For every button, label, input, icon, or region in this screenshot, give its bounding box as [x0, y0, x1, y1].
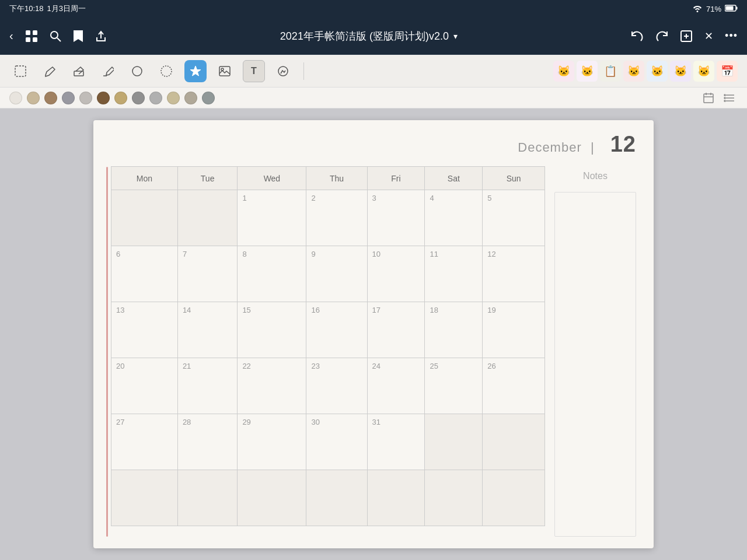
header-mon: Mon	[111, 167, 178, 190]
calendar-cell[interactable]	[306, 470, 367, 526]
image-tool[interactable]	[214, 60, 236, 82]
sticker-tool[interactable]	[272, 60, 294, 82]
calendar-cell[interactable]: 9	[306, 246, 367, 302]
svg-rect-3	[26, 30, 30, 35]
calendar-cell[interactable]: 18	[425, 302, 483, 358]
header-wed: Wed	[238, 167, 306, 190]
swatch-6[interactable]	[97, 92, 110, 104]
calendar-cell[interactable]	[425, 414, 483, 470]
day-number: 23	[311, 362, 362, 370]
calendar-cell[interactable]: 28	[177, 414, 238, 470]
undo-icon[interactable]	[631, 30, 644, 42]
header-sat: Sat	[425, 167, 483, 190]
bookmark-icon[interactable]	[73, 30, 83, 43]
calendar-cell[interactable]: 1	[238, 190, 306, 246]
sticker-7[interactable]: 🐱	[693, 61, 714, 82]
calendar-cell[interactable]: 27	[111, 414, 178, 470]
calendar-cell[interactable]: 2	[306, 190, 367, 246]
calendar-cell[interactable]	[238, 470, 306, 526]
calendar-cell[interactable]: 20	[111, 358, 178, 414]
swatch-1[interactable]	[9, 92, 22, 104]
calendar-cell[interactable]	[483, 470, 545, 526]
sticker-row: 🐱 🐱 📋 🐱 🐱 🐱 🐱 📅	[553, 61, 738, 82]
calendar-cell[interactable]: 17	[367, 302, 425, 358]
calendar-cell[interactable]: 16	[306, 302, 367, 358]
swatch-9[interactable]	[149, 92, 162, 104]
day-number: 6	[116, 250, 173, 258]
calendar-cell[interactable]: 3	[367, 190, 425, 246]
calendar-cell[interactable]: 14	[177, 302, 238, 358]
shapes-tool[interactable]	[126, 60, 148, 82]
close-icon[interactable]: ✕	[704, 30, 713, 43]
swatch-4[interactable]	[62, 92, 75, 104]
calendar-cell[interactable]: 26	[483, 358, 545, 414]
grid-icon[interactable]	[25, 30, 38, 43]
calendar-cell[interactable]: 10	[367, 246, 425, 302]
calendar-cell[interactable]: 31	[367, 414, 425, 470]
calendar-cell[interactable]: 8	[238, 246, 306, 302]
sticker-1[interactable]: 🐱	[553, 61, 574, 82]
select-tool[interactable]	[9, 60, 32, 82]
swatch-7[interactable]	[114, 92, 127, 104]
swatch-2[interactable]	[27, 92, 40, 104]
text-tool[interactable]: T	[243, 60, 265, 82]
swatch-12[interactable]	[202, 92, 215, 104]
calendar-cell[interactable]: 19	[483, 302, 545, 358]
calendar-cell[interactable]: 11	[425, 246, 483, 302]
calendar-cell[interactable]: 22	[238, 358, 306, 414]
calendar-cell[interactable]	[111, 470, 178, 526]
calendar-cell[interactable]: 13	[111, 302, 178, 358]
eraser-tool[interactable]	[68, 60, 90, 82]
svg-line-8	[57, 38, 61, 41]
calendar-cell[interactable]: 25	[425, 358, 483, 414]
calendar-cell[interactable]: 30	[306, 414, 367, 470]
calendar-cell[interactable]	[367, 470, 425, 526]
calendar-cell[interactable]	[483, 414, 545, 470]
swatch-5[interactable]	[79, 92, 92, 104]
search-icon[interactable]	[50, 30, 61, 42]
calendar-cell[interactable]: 5	[483, 190, 545, 246]
day-number: 26	[487, 362, 540, 370]
list-view-btn[interactable]	[721, 90, 738, 106]
calendar-cell[interactable]: 6	[111, 246, 178, 302]
sticker-2[interactable]: 🐱	[577, 61, 598, 82]
redo-icon[interactable]	[655, 30, 668, 42]
day-number: 29	[242, 418, 301, 426]
sticker-5[interactable]: 🐱	[647, 61, 668, 82]
day-number: 31	[372, 418, 420, 426]
calendar-cell[interactable]: 24	[367, 358, 425, 414]
more-options-icon[interactable]: •••	[725, 30, 738, 42]
calendar-cell[interactable]	[177, 470, 238, 526]
calendar-cell[interactable]: 15	[238, 302, 306, 358]
calendar-row-3: 20212223242526	[111, 358, 545, 414]
day-number: 25	[430, 362, 477, 370]
calendar-cell[interactable]	[177, 190, 238, 246]
sticker-8[interactable]: 📅	[717, 61, 738, 82]
calendar-cell[interactable]: 7	[177, 246, 238, 302]
calendar-view-btn[interactable]	[700, 90, 717, 106]
swatch-8[interactable]	[132, 92, 145, 104]
sticker-3[interactable]: 📋	[600, 61, 621, 82]
calendar-cell[interactable]: 21	[177, 358, 238, 414]
calendar-cell[interactable]: 23	[306, 358, 367, 414]
highlighter-tool[interactable]	[97, 60, 119, 82]
dropdown-arrow[interactable]: ▾	[453, 32, 458, 41]
calendar-cell[interactable]: 29	[238, 414, 306, 470]
swatch-3[interactable]	[44, 92, 57, 104]
calendar-cell[interactable]	[111, 190, 178, 246]
back-nav-icon[interactable]: ‹	[9, 29, 13, 43]
calendar-cell[interactable]	[425, 470, 483, 526]
sticker-4[interactable]: 🐱	[623, 61, 644, 82]
swatch-11[interactable]	[184, 92, 197, 104]
lasso-tool[interactable]	[155, 60, 177, 82]
notes-lines[interactable]	[554, 192, 636, 537]
add-page-icon[interactable]	[680, 30, 693, 43]
day-number: 11	[430, 250, 477, 258]
calendar-cell[interactable]: 4	[425, 190, 483, 246]
sticker-6[interactable]: 🐱	[670, 61, 691, 82]
swatch-10[interactable]	[167, 92, 180, 104]
pen-tool[interactable]	[39, 60, 61, 82]
star-tool[interactable]	[184, 60, 207, 82]
calendar-cell[interactable]: 12	[483, 246, 545, 302]
share-icon[interactable]	[95, 30, 107, 43]
